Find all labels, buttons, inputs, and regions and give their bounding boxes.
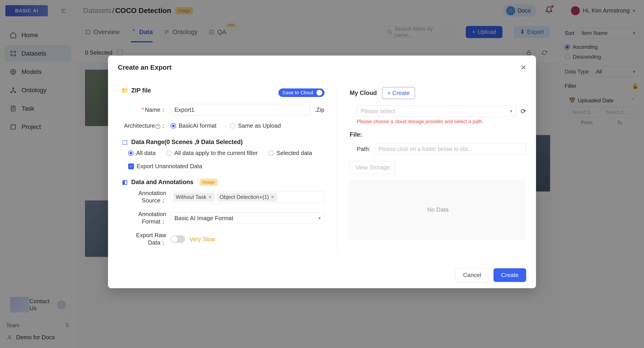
cloud-provider-select[interactable]: Please select▾ bbox=[357, 105, 516, 117]
annotation-source-select[interactable]: Without Task✕ Object Detection+(1)✕ bbox=[170, 191, 324, 203]
cloud-warning: Please choose a cloud storage provider a… bbox=[350, 119, 526, 124]
save-to-cloud-toggle[interactable]: Save to Cloud bbox=[278, 88, 324, 97]
checkbox-checked-icon: ✓ bbox=[128, 163, 134, 169]
export-raw-toggle[interactable] bbox=[170, 235, 185, 243]
create-cloud-button[interactable]: + Create bbox=[382, 87, 415, 99]
path-label: Path: bbox=[357, 145, 370, 152]
tag-remove-icon[interactable]: ✕ bbox=[271, 194, 274, 200]
cube-icon: ◧ bbox=[122, 179, 128, 186]
range-selected-radio[interactable]: Selected data bbox=[268, 150, 312, 156]
image-tag: Image bbox=[200, 179, 218, 186]
range-all-radio[interactable]: All data bbox=[128, 150, 156, 156]
radio-icon bbox=[166, 150, 172, 156]
radio-icon bbox=[268, 150, 274, 156]
close-button[interactable]: ✕ bbox=[520, 64, 526, 71]
radio-icon bbox=[230, 123, 235, 128]
range-filter-radio[interactable]: All data apply to the current filter bbox=[166, 150, 258, 156]
export-modal: Create an Export ✕ 📁ZIP file Save to Clo… bbox=[108, 56, 536, 288]
radio-icon bbox=[128, 150, 134, 156]
chevron-down-icon: ▾ bbox=[510, 108, 512, 114]
export-left-col: 📁ZIP file Save to Cloud *Name： .Zip Arch… bbox=[122, 87, 337, 253]
zip-suffix: .Zip bbox=[314, 106, 324, 113]
no-data-box: No Data bbox=[350, 180, 526, 240]
toggle-knob-icon bbox=[316, 90, 322, 96]
export-right-col: My Cloud + Create Please select▾ ⟳ Pleas… bbox=[337, 87, 526, 253]
info-icon[interactable]: ? bbox=[156, 124, 160, 129]
toggle-knob-icon bbox=[171, 236, 178, 242]
export-unannotated-checkbox[interactable]: ✓Export Unannotated Data bbox=[128, 163, 202, 170]
arch-basicai-radio[interactable]: BasicAI format bbox=[170, 122, 216, 129]
view-storage-button[interactable]: View Storage bbox=[350, 161, 395, 174]
path-input[interactable]: Please click on a folder below to obt... bbox=[375, 143, 526, 155]
modal-header: Create an Export ✕ bbox=[108, 56, 536, 78]
file-label: File: bbox=[350, 131, 526, 138]
tag-remove-icon[interactable]: ✕ bbox=[208, 194, 212, 200]
arch-same-radio[interactable]: Same as Upload bbox=[230, 122, 281, 129]
create-export-button[interactable]: Create bbox=[494, 268, 526, 282]
refresh-cloud-button[interactable]: ⟳ bbox=[520, 107, 526, 115]
annotation-format-select[interactable]: Basic AI Image Format▾ bbox=[170, 212, 324, 224]
mycloud-label: My Cloud bbox=[350, 90, 377, 97]
export-name-input[interactable] bbox=[170, 104, 310, 116]
source-tag: Without Task✕ bbox=[173, 193, 215, 202]
radio-icon bbox=[170, 123, 176, 128]
modal-title: Create an Export bbox=[118, 64, 172, 71]
modal-footer: Cancel Create bbox=[108, 262, 536, 288]
cancel-button[interactable]: Cancel bbox=[455, 268, 489, 282]
source-tag: Object Detection+(1)✕ bbox=[217, 193, 277, 202]
range-icon: ⬚ bbox=[122, 139, 128, 145]
chevron-down-icon: ▾ bbox=[318, 215, 321, 221]
folder-icon: 📁 bbox=[122, 87, 128, 94]
very-slow-label: Very Slow bbox=[190, 236, 215, 243]
